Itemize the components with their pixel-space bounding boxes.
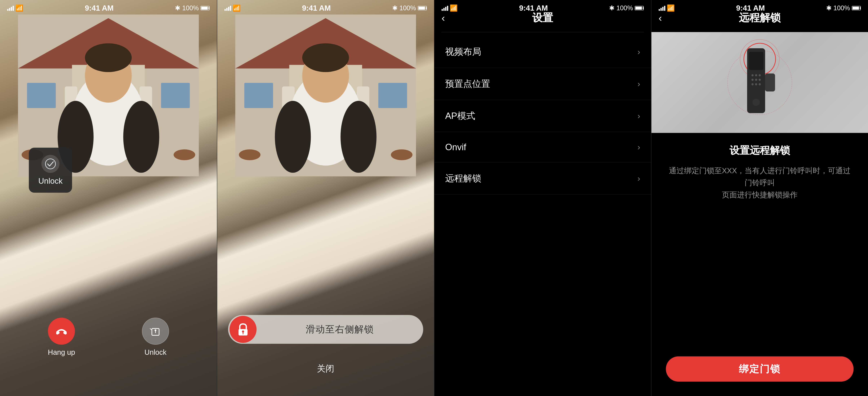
unlock-label-1: Unlock bbox=[145, 348, 166, 356]
settings-item-ap-mode[interactable]: AP模式 › bbox=[434, 100, 651, 132]
screen3-settings: 📶 9:41 AM ✱ 100% ‹ 设置 视频布局 › 预置点位置 › AP模… bbox=[434, 0, 651, 396]
bind-lock-label: 绑定门锁 bbox=[739, 363, 781, 376]
settings-item-onvif[interactable]: Onvif › bbox=[434, 132, 651, 162]
svg-point-12 bbox=[85, 43, 132, 72]
hangup-label: Hang up bbox=[48, 348, 75, 356]
svg-point-42 bbox=[751, 74, 753, 76]
settings-item-label-onvif: Onvif bbox=[445, 142, 466, 152]
chevron-right-icon-3: › bbox=[638, 111, 640, 121]
svg-point-47 bbox=[758, 79, 761, 81]
settings-divider bbox=[441, 32, 644, 32]
svg-point-34 bbox=[302, 43, 349, 72]
status-bar-4: 📶 9:41 AM ✱ 100% bbox=[651, 0, 868, 16]
wifi-icon-3: 📶 bbox=[450, 4, 458, 12]
battery-text-2: 100% bbox=[399, 4, 416, 12]
bluetooth-icon-4: ✱ bbox=[826, 4, 832, 12]
remote-description: 通过绑定门锁至XXX，当有人进行门铃呼叫时，可通过门铃呼叫页面进行快捷解锁操作 bbox=[666, 165, 854, 201]
battery-text-1: 100% bbox=[182, 4, 199, 12]
battery-icon-2 bbox=[418, 6, 427, 10]
bluetooth-icon-3: ✱ bbox=[609, 4, 615, 12]
lock-device-svg bbox=[744, 46, 776, 119]
settings-item-label-ap-mode: AP模式 bbox=[445, 110, 475, 122]
signal-icon bbox=[7, 5, 14, 11]
screen2-slide-unlock: 📶 9:41 AM ✱ 100% 滑动至右侧解锁 关闭 bbox=[217, 0, 434, 396]
hangup-group: Hang up bbox=[48, 318, 75, 356]
status-battery-3: ✱ 100% bbox=[609, 4, 644, 12]
svg-rect-17 bbox=[63, 331, 67, 335]
battery-icon-1 bbox=[200, 6, 210, 10]
status-time-3: 9:41 AM bbox=[519, 4, 548, 12]
status-battery-2: ✱ 100% bbox=[392, 4, 427, 12]
svg-point-9 bbox=[174, 150, 195, 160]
battery-text-3: 100% bbox=[616, 4, 633, 12]
settings-item-label-video-layout: 视频布局 bbox=[445, 46, 481, 58]
battery-icon-3 bbox=[635, 6, 644, 10]
svg-point-45 bbox=[751, 79, 753, 81]
status-signal-2: 📶 bbox=[224, 4, 241, 12]
battery-text-4: 100% bbox=[833, 4, 850, 12]
check-circle-icon bbox=[41, 155, 59, 173]
unlock-popup[interactable]: Unlock bbox=[29, 148, 72, 193]
svg-point-43 bbox=[755, 74, 757, 76]
svg-point-35 bbox=[275, 101, 311, 173]
settings-item-label-preset-position: 预置点位置 bbox=[445, 78, 490, 90]
svg-rect-7 bbox=[161, 83, 190, 108]
slide-text: 滑动至右侧解锁 bbox=[256, 323, 423, 336]
wifi-icon: 📶 bbox=[15, 4, 24, 12]
status-signal: 📶 bbox=[7, 4, 24, 12]
status-signal-3: 📶 bbox=[441, 4, 458, 12]
status-time-1: 9:41 AM bbox=[85, 4, 114, 12]
phone-hangup-icon bbox=[55, 325, 68, 337]
status-battery-1: ✱ 100% bbox=[175, 4, 210, 12]
svg-point-52 bbox=[752, 99, 760, 106]
bind-lock-button[interactable]: 绑定门锁 bbox=[666, 356, 854, 382]
svg-point-50 bbox=[758, 83, 761, 85]
svg-rect-41 bbox=[749, 52, 763, 70]
unlock-group: Unlock bbox=[142, 318, 169, 356]
svg-rect-51 bbox=[765, 73, 775, 92]
status-time-2: 9:41 AM bbox=[302, 4, 331, 12]
status-bar-3: 📶 9:41 AM ✱ 100% bbox=[434, 0, 651, 16]
slide-lock-icon bbox=[229, 316, 256, 343]
settings-item-preset-position[interactable]: 预置点位置 › bbox=[434, 68, 651, 100]
bluetooth-icon-2: ✱ bbox=[392, 4, 398, 12]
slide-unlock-bar[interactable]: 滑动至右侧解锁 bbox=[228, 315, 423, 344]
svg-point-30 bbox=[239, 150, 260, 160]
checkmark-icon bbox=[45, 159, 56, 169]
chevron-right-icon-1: › bbox=[638, 47, 640, 56]
bluetooth-icon: ✱ bbox=[175, 4, 180, 12]
settings-item-remote-unlock[interactable]: 远程解锁 › bbox=[434, 162, 651, 195]
svg-rect-16 bbox=[56, 331, 60, 335]
signal-icon-4 bbox=[659, 5, 665, 11]
unlock-button[interactable] bbox=[142, 318, 169, 345]
svg-point-44 bbox=[758, 74, 761, 76]
chevron-right-icon-5: › bbox=[638, 174, 640, 183]
house-illustration-2 bbox=[235, 14, 416, 176]
close-button[interactable]: 关闭 bbox=[317, 363, 334, 374]
svg-point-48 bbox=[751, 83, 753, 85]
settings-list: 视频布局 › 预置点位置 › AP模式 › Onvif › 远程解锁 › bbox=[434, 36, 651, 195]
settings-item-video-layout[interactable]: 视频布局 › bbox=[434, 36, 651, 68]
svg-point-46 bbox=[755, 79, 757, 81]
chevron-right-icon-2: › bbox=[638, 79, 640, 89]
signal-icon-2 bbox=[224, 5, 231, 11]
status-bar-1: 📶 9:41 AM ✱ 100% bbox=[0, 0, 217, 16]
svg-point-14 bbox=[123, 101, 159, 173]
svg-rect-28 bbox=[244, 83, 273, 108]
chevron-right-icon-4: › bbox=[638, 143, 640, 152]
wifi-icon-2: 📶 bbox=[232, 4, 241, 12]
screen1-video-call: 📶 9:41 AM ✱ 100% Unlock bbox=[0, 0, 217, 396]
lock-illustration bbox=[651, 32, 868, 133]
svg-rect-29 bbox=[378, 83, 407, 108]
lock-device bbox=[744, 46, 776, 119]
hangup-button[interactable] bbox=[48, 318, 75, 345]
close-label: 关闭 bbox=[317, 364, 334, 373]
status-signal-4: 📶 bbox=[659, 4, 675, 12]
bottom-actions: Hang up Unlock bbox=[0, 318, 217, 356]
status-time-4: 9:41 AM bbox=[736, 4, 765, 12]
svg-point-20 bbox=[155, 329, 156, 331]
wifi-icon-4: 📶 bbox=[667, 4, 675, 12]
svg-point-31 bbox=[391, 150, 412, 160]
status-bar-2: 📶 9:41 AM ✱ 100% bbox=[217, 0, 434, 16]
battery-icon-4 bbox=[852, 6, 861, 10]
